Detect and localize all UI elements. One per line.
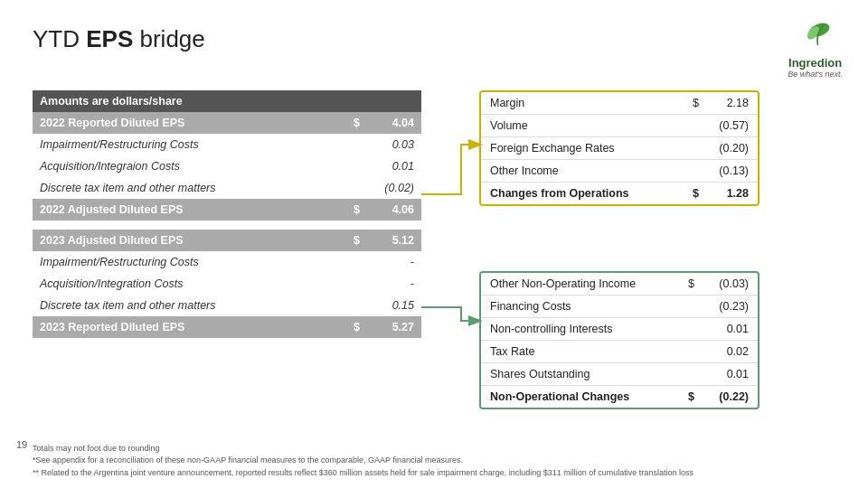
row-dollar: $: [346, 112, 367, 134]
row-value: -: [367, 251, 421, 273]
row-value: 0.02: [703, 341, 758, 363]
row-label: Other Income: [481, 160, 684, 183]
row-value: (0.23): [703, 296, 758, 318]
row-label: Non-controlling Interests: [481, 318, 679, 341]
row-label: 2022 Reported Diluted EPS: [33, 112, 346, 134]
page-title: YTD EPS bridge: [33, 25, 205, 53]
row-value: 0.01: [703, 318, 758, 341]
row-value: (0.03): [703, 273, 758, 296]
table-row: Other Non-Operating Income $ (0.03): [481, 273, 758, 296]
row-label: Acquisition/Integration Costs: [33, 273, 346, 295]
row-dollar: [679, 363, 703, 386]
row-dollar: $: [679, 273, 703, 296]
table-row: Acquisition/Integration Costs -: [33, 273, 421, 295]
row-dollar: [679, 296, 703, 318]
table-row: 2023 Reported Diluted EPS $ 5.27: [33, 316, 421, 338]
row-dollar: [679, 318, 703, 341]
row-label: 2023 Reported Diluted EPS: [33, 316, 346, 338]
table-row: Impairment/Restructuring Costs -: [33, 251, 421, 273]
logo-area: Ingredion Be what's next.: [788, 16, 843, 79]
page-number: 19: [16, 439, 27, 450]
row-value: 4.06: [367, 199, 421, 221]
table-row-total: Changes from Operations $ 1.28: [481, 183, 758, 205]
row-label: Impairment/Restructuring Costs: [33, 134, 346, 155]
table-row: Tax Rate 0.02: [481, 341, 758, 363]
row-dollar: $: [684, 92, 708, 115]
row-dollar: $: [684, 183, 708, 205]
table-row: Discrete tax item and other matters 0.15: [33, 295, 421, 316]
table-row: Impairment/Restructuring Costs 0.03: [33, 134, 421, 155]
table-row: 2022 Adjusted Diluted EPS $ 4.06: [33, 199, 421, 221]
row-label: Shares Outstanding: [481, 363, 679, 386]
table-row: Non-controlling Interests 0.01: [481, 318, 758, 341]
changes-from-operations-box: Margin $ 2.18 Volume (0.57) Foreign Exch…: [479, 90, 760, 206]
footer-note-1: Totals may not foot due to rounding: [33, 443, 693, 455]
yellow-box-table: Margin $ 2.18 Volume (0.57) Foreign Exch…: [481, 92, 758, 204]
table-row: Foreign Exchange Rates (0.20): [481, 137, 758, 160]
table-row: Financing Costs (0.23): [481, 296, 758, 318]
row-dollar: [346, 134, 367, 155]
logo-tagline: Be what's next.: [788, 70, 843, 79]
row-label: Changes from Operations: [481, 183, 684, 205]
row-label: 2022 Adjusted Diluted EPS: [33, 199, 346, 221]
table-row: Shares Outstanding 0.01: [481, 363, 758, 386]
table-header-row: Amounts are dollars/share: [33, 90, 421, 112]
row-value: 0.01: [703, 363, 758, 386]
row-dollar: [346, 155, 367, 177]
table-row: Discrete tax item and other matters (0.0…: [33, 177, 421, 199]
row-value: 2.18: [708, 92, 758, 115]
row-value: (0.22): [703, 386, 758, 408]
row-label: Margin: [481, 92, 684, 115]
table-row-total: Non-Operational Changes $ (0.22): [481, 386, 758, 408]
eps-bridge-table: Amounts are dollars/share 2022 Reported …: [33, 90, 421, 338]
spacer-row: [33, 221, 421, 230]
row-value: 0.01: [367, 155, 421, 177]
row-label: Acquisition/Integraion Costs: [33, 155, 346, 177]
green-box-table: Other Non-Operating Income $ (0.03) Fina…: [481, 273, 758, 408]
row-label: Discrete tax item and other matters: [33, 177, 346, 199]
row-value: 5.27: [367, 316, 421, 338]
row-value: (0.02): [367, 177, 421, 199]
ingredion-logo-icon: [797, 16, 835, 54]
row-label: Volume: [481, 115, 684, 137]
footer-note-3: ** Related to the Argentina joint ventur…: [33, 467, 693, 480]
row-value: 4.04: [367, 112, 421, 134]
table-header-label: Amounts are dollars/share: [33, 90, 421, 112]
row-label: Financing Costs: [481, 296, 679, 318]
row-dollar: [684, 160, 708, 183]
row-dollar: [346, 295, 367, 316]
row-label: Other Non-Operating Income: [481, 273, 679, 296]
table-row: 2022 Reported Diluted EPS $ 4.04: [33, 112, 421, 134]
table-row: Other Income (0.13): [481, 160, 758, 183]
row-value: (0.20): [708, 137, 758, 160]
row-value: 0.03: [367, 134, 421, 155]
row-dollar: $: [346, 199, 367, 221]
table-row: 2023 Adjusted Diluted EPS $ 5.12: [33, 230, 421, 251]
table-row: Margin $ 2.18: [481, 92, 758, 115]
row-value: (0.13): [708, 160, 758, 183]
row-dollar: $: [346, 230, 367, 251]
table-row: Acquisition/Integraion Costs 0.01: [33, 155, 421, 177]
non-operational-changes-box: Other Non-Operating Income $ (0.03) Fina…: [479, 271, 760, 409]
row-label: 2023 Adjusted Diluted EPS: [33, 230, 346, 251]
row-dollar: $: [679, 386, 703, 408]
row-value: 5.12: [367, 230, 421, 251]
table-row: Volume (0.57): [481, 115, 758, 137]
row-dollar: $: [346, 316, 367, 338]
row-label: Tax Rate: [481, 341, 679, 363]
row-label: Non-Operational Changes: [481, 386, 679, 408]
row-value: (0.57): [708, 115, 758, 137]
row-dollar: [684, 137, 708, 160]
row-dollar: [684, 115, 708, 137]
footer-notes: Totals may not foot due to rounding *See…: [33, 443, 693, 480]
row-value: -: [367, 273, 421, 295]
row-dollar: [346, 177, 367, 199]
row-dollar: [346, 273, 367, 295]
row-label: Foreign Exchange Rates: [481, 137, 684, 160]
row-value: 1.28: [708, 183, 758, 205]
footer-note-2: *See appendix for a reconciliation of th…: [33, 455, 693, 467]
row-label: Impairment/Restructuring Costs: [33, 251, 346, 273]
row-dollar: [346, 251, 367, 273]
logo-name: Ingredion: [788, 56, 842, 70]
row-value: 0.15: [367, 295, 421, 316]
